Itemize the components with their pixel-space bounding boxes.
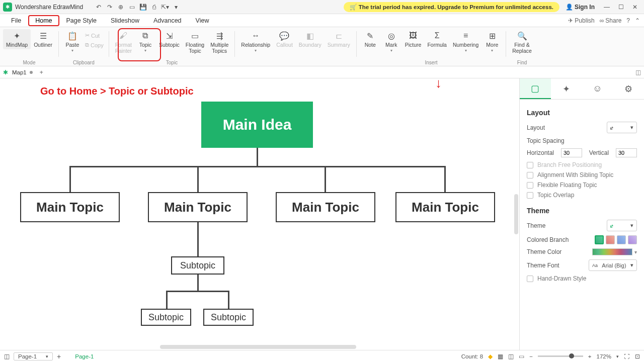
branch-swatch-3[interactable] xyxy=(617,235,626,244)
summary-icon: ⊏ xyxy=(336,30,342,41)
node-subtopic-2[interactable]: Subtopic xyxy=(141,309,191,326)
theme-font-select[interactable]: AaArial (Big)▾ xyxy=(589,259,637,271)
menu-home[interactable]: Home xyxy=(28,15,59,26)
print-icon[interactable]: ⎙ xyxy=(149,2,159,12)
hand-drawn-checkbox[interactable] xyxy=(527,276,533,282)
floating-topic-button[interactable]: ▭ Floating Topic xyxy=(183,29,207,55)
view-full-icon[interactable]: ▭ xyxy=(519,353,524,360)
overlap-checkbox[interactable] xyxy=(527,192,533,199)
format-painter-button[interactable]: 🖌 Format Painter xyxy=(112,29,135,55)
zoom-in-button[interactable]: + xyxy=(588,353,592,359)
mindmap-button[interactable]: ✦ MindMap xyxy=(3,29,31,49)
user-icon: 👤 xyxy=(566,4,573,11)
count-label: Count: 8 xyxy=(461,353,483,359)
horizontal-scrollbar[interactable] xyxy=(160,345,356,349)
picture-icon: 🖼 xyxy=(409,30,417,41)
signin-button[interactable]: 👤 Sign In xyxy=(566,4,595,11)
view-split-icon[interactable]: ◫ xyxy=(508,353,514,360)
layout-select[interactable]: ⸙▾ xyxy=(607,122,637,133)
branch-swatch-1[interactable] xyxy=(595,235,604,244)
open-icon[interactable]: ▭ xyxy=(127,2,137,12)
publish-button[interactable]: ✈Publish xyxy=(568,17,594,24)
callout-button[interactable]: 💬Callout xyxy=(273,29,296,54)
trial-banner[interactable]: 🛒 The trial period has expired. Upgrade … xyxy=(344,2,559,12)
note-button[interactable]: ✎Note xyxy=(360,29,381,54)
canvas[interactable]: Go to Home > Topic or Subtopic ↓ Main Id… xyxy=(0,78,519,350)
node-topic-1[interactable]: Main Topic xyxy=(20,192,120,222)
chevron-down-icon[interactable]: ▾ xyxy=(616,354,619,359)
relationship-button[interactable]: ↔Relationship▾ xyxy=(238,29,273,54)
more-icon[interactable]: ▾ xyxy=(171,2,181,12)
topic-button[interactable]: ⧉ Topic ▾ xyxy=(135,29,156,55)
panel-tab-layout[interactable]: ▢ xyxy=(520,78,551,99)
theme-select[interactable]: ⸙▾ xyxy=(607,220,637,231)
panel-toggle-icon[interactable]: ◫ xyxy=(635,69,641,76)
branch-swatch-2[interactable] xyxy=(606,235,615,244)
new-icon[interactable]: ⊕ xyxy=(116,2,126,12)
branch-swatch-4[interactable] xyxy=(628,235,637,244)
menu-file[interactable]: File xyxy=(4,15,28,26)
mark-button[interactable]: ◎Mark▾ xyxy=(381,29,402,54)
maximize-button[interactable]: ☐ xyxy=(615,2,627,12)
undo-icon[interactable]: ↶ xyxy=(94,2,104,12)
fullscreen-icon[interactable]: ⛶ xyxy=(624,353,630,359)
page-selector[interactable]: Page-1▾ xyxy=(14,352,53,360)
fit-icon[interactable]: ⊡ xyxy=(635,353,640,360)
copy-button[interactable]: ⧉Copy xyxy=(83,41,106,49)
page-layout-icon[interactable]: ◫ xyxy=(4,353,10,360)
zoom-slider[interactable] xyxy=(538,355,583,357)
node-main-idea[interactable]: Main Idea xyxy=(201,102,313,148)
view-grid-icon[interactable]: ▦ xyxy=(498,353,503,360)
node-subtopic-3[interactable]: Subtopic xyxy=(203,309,254,326)
horizontal-input[interactable] xyxy=(561,148,582,157)
panel-tab-icon[interactable]: ☺ xyxy=(582,78,613,99)
summary-button[interactable]: ⊏Summary xyxy=(325,29,353,54)
boundary-button[interactable]: ◧Boundary xyxy=(296,29,325,54)
node-topic-2[interactable]: Main Topic xyxy=(148,192,248,222)
more-button[interactable]: ⊞More▾ xyxy=(481,29,503,54)
subtopic-button[interactable]: ⇲ Subtopic xyxy=(156,29,183,55)
paste-button[interactable]: 📋 Paste ▾ xyxy=(62,29,83,54)
node-topic-3[interactable]: Main Topic xyxy=(276,192,375,222)
numbering-button[interactable]: ≡Numbering▾ xyxy=(450,29,481,54)
menu-advanced[interactable]: Advanced xyxy=(146,15,189,26)
document-tab[interactable]: Map1 xyxy=(8,68,37,76)
formula-icon: Σ xyxy=(435,30,440,41)
mindmap-doc-icon: ✱ xyxy=(3,69,8,76)
help-icon[interactable]: ? xyxy=(626,17,630,24)
theme-color-select[interactable] xyxy=(592,248,632,255)
flex-float-checkbox[interactable] xyxy=(527,182,533,189)
share-icon: ∞ xyxy=(600,17,604,24)
menu-view[interactable]: View xyxy=(189,15,216,26)
picture-button[interactable]: 🖼Picture xyxy=(402,29,425,54)
share-button[interactable]: ∞Share xyxy=(600,17,622,24)
layout-tab-icon: ▢ xyxy=(531,83,539,94)
find-replace-button[interactable]: 🔍Find & Replace xyxy=(509,29,535,55)
add-page-button[interactable]: + xyxy=(57,352,61,360)
chevron-down-icon[interactable]: ▾ xyxy=(634,249,637,255)
node-subtopic-1[interactable]: Subtopic xyxy=(171,256,224,275)
multiple-topics-button[interactable]: ⇶ Multiple Topics xyxy=(207,29,231,55)
minimize-button[interactable]: — xyxy=(601,2,613,12)
formula-button[interactable]: ΣFormula xyxy=(424,29,450,54)
outliner-button[interactable]: ☰ Outliner xyxy=(31,29,55,49)
cut-button[interactable]: ✂Cut xyxy=(83,31,106,40)
node-topic-4[interactable]: Main Topic xyxy=(395,192,495,222)
redo-icon[interactable]: ↷ xyxy=(105,2,115,12)
close-button[interactable]: ✕ xyxy=(629,2,641,12)
export-icon[interactable]: ⇱▾ xyxy=(160,2,170,12)
add-tab-button[interactable]: + xyxy=(40,69,43,76)
menu-pagestyle[interactable]: Page Style xyxy=(59,15,104,26)
gear-icon: ⚙ xyxy=(624,83,632,95)
collapse-ribbon-icon[interactable]: ⌃ xyxy=(635,17,640,24)
zoom-out-button[interactable]: − xyxy=(529,353,533,359)
save-icon[interactable]: 💾 xyxy=(138,2,148,12)
panel-tab-style[interactable]: ✦ xyxy=(551,78,582,99)
vertical-scrollbar[interactable] xyxy=(514,194,518,234)
menu-slideshow[interactable]: Slideshow xyxy=(104,15,146,26)
align-sibling-checkbox[interactable] xyxy=(527,172,533,178)
vertical-input[interactable] xyxy=(616,148,637,157)
branch-free-checkbox[interactable] xyxy=(527,162,533,168)
current-page[interactable]: Page-1 xyxy=(75,353,94,359)
panel-tab-settings[interactable]: ⚙ xyxy=(613,78,644,99)
